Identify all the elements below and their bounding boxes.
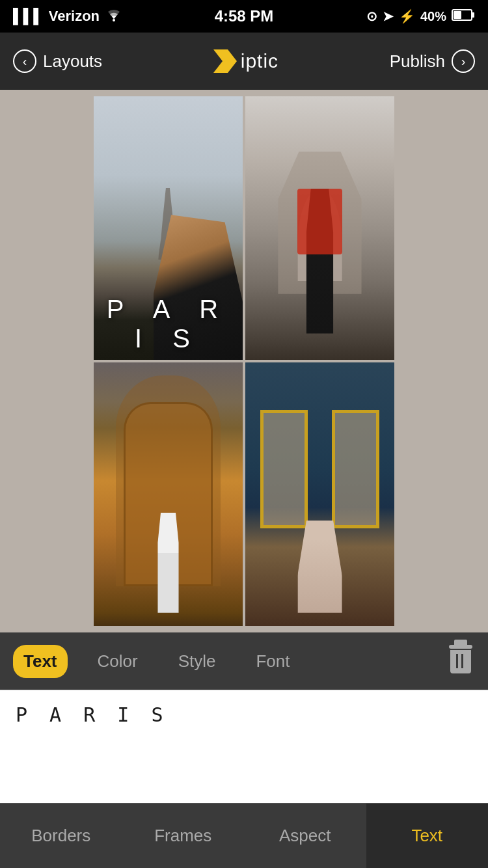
battery-percent: 40%: [420, 9, 446, 24]
bottom-tab-borders[interactable]: Borders: [0, 803, 122, 868]
person-4-shape: [297, 521, 342, 613]
arc-photo: [245, 96, 394, 360]
tab-style[interactable]: Style: [168, 645, 226, 678]
nav-bar: ‹ Layouts iptic Publish ›: [0, 33, 488, 90]
location-icon: ➤: [383, 8, 394, 24]
bottom-tab-aspect[interactable]: Aspect: [244, 803, 366, 868]
publish-label[interactable]: Publish: [390, 51, 445, 72]
trash-body-icon: [450, 650, 471, 673]
bottom-tab-frames[interactable]: Frames: [122, 803, 245, 868]
bottom-tab-text[interactable]: Text: [366, 803, 489, 868]
svg-marker-4: [213, 49, 237, 73]
svg-rect-2: [454, 11, 461, 19]
status-time: 4:58 PM: [215, 7, 274, 25]
status-right: ⊙ ➤ ⚡ 40%: [366, 8, 475, 25]
photo-cell-2[interactable]: [245, 96, 394, 360]
photo-cell-4[interactable]: [245, 362, 394, 626]
diptic-logo-icon: [213, 49, 237, 73]
status-left: ▌▌▌ Verizon: [13, 7, 123, 25]
tab-font[interactable]: Font: [245, 645, 300, 678]
nav-right: Publish ›: [390, 49, 475, 73]
forward-arrow-icon[interactable]: ›: [452, 49, 475, 73]
nav-back[interactable]: ‹ Layouts: [13, 49, 102, 73]
trash-top-icon: [449, 645, 472, 649]
wifi-icon: [105, 7, 123, 25]
text-input-field[interactable]: [16, 703, 472, 812]
bluetooth-icon: ⚡: [399, 8, 415, 24]
tab-color[interactable]: Color: [87, 645, 148, 678]
svg-point-0: [113, 19, 115, 21]
photo-cell-1[interactable]: P A R I S: [94, 96, 243, 360]
back-arrow-icon[interactable]: ‹: [13, 49, 36, 73]
bottom-tabs: Borders Frames Aspect Text: [0, 803, 488, 868]
lock-icon: ⊙: [366, 8, 377, 24]
collage-area: P A R I S: [0, 90, 488, 632]
paris-text-overlay: P A R I S: [94, 295, 243, 353]
red-scarf-shape: [297, 189, 342, 254]
toolbar: Text Color Style Font: [0, 632, 488, 690]
status-bar: ▌▌▌ Verizon 4:58 PM ⊙ ➤ ⚡ 40%: [0, 0, 488, 33]
door-photo: [94, 362, 243, 626]
museum-photo: [245, 362, 394, 626]
svg-rect-3: [472, 12, 474, 18]
photo-cell-3[interactable]: [94, 362, 243, 626]
app-logo: iptic: [213, 49, 278, 73]
layouts-label[interactable]: Layouts: [43, 51, 102, 72]
battery-icon: [452, 8, 475, 25]
app-name-label: iptic: [241, 50, 278, 72]
painting-frame-1: [260, 410, 308, 528]
signal-bars: ▌▌▌: [13, 8, 44, 25]
collage-grid: P A R I S: [94, 96, 394, 626]
carrier-name: Verizon: [49, 8, 100, 25]
tab-text[interactable]: Text: [13, 645, 68, 678]
painting-frame-2: [332, 410, 379, 528]
delete-button[interactable]: [446, 645, 475, 677]
